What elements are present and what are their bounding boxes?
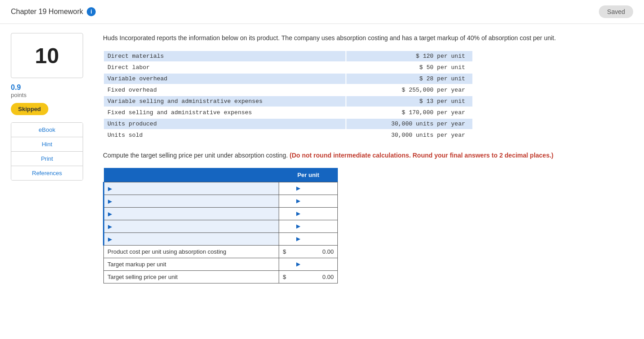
col-header-per-unit: Per unit: [279, 168, 338, 182]
info-icon[interactable]: i: [87, 7, 96, 16]
references-button[interactable]: References: [11, 166, 83, 180]
question-number-box: 10: [11, 33, 83, 78]
data-table: Direct materials$ 120 per unitDirect lab…: [103, 50, 473, 141]
data-row-label: Fixed overhead: [104, 85, 345, 95]
answer-row-label-cell: ▶: [104, 220, 279, 232]
dollar-sign: $: [283, 248, 286, 255]
instruction-text: Compute the target selling price per uni…: [103, 150, 633, 160]
markup-value-input[interactable]: [302, 261, 334, 268]
status-badge: Skipped: [11, 103, 48, 115]
answer-row-label-cell: ▶: [104, 207, 279, 220]
row-label-input[interactable]: [114, 223, 264, 230]
side-buttons: eBook Hint Print References: [11, 122, 83, 181]
data-row-value: $ 255,000 per year: [346, 85, 472, 95]
top-bar-left: Chapter 19 Homework i: [11, 7, 96, 16]
row-value-input[interactable]: [302, 236, 334, 242]
row-label-input[interactable]: [114, 198, 264, 204]
print-button[interactable]: Print: [11, 152, 83, 166]
data-row-label: Variable overhead: [104, 74, 345, 84]
fixed-value: 0.00: [322, 248, 334, 255]
data-row: Variable overhead$ 28 per unit: [104, 74, 472, 84]
answer-row-label-cell: ▶: [104, 182, 279, 195]
points-value: 0.9: [11, 84, 92, 92]
answer-table-header: Per unit: [104, 168, 338, 182]
fixed-value: 0.00: [322, 274, 334, 280]
data-row: Fixed overhead$ 255,000 per year: [104, 85, 472, 95]
left-panel: 10 0.9 points Skipped eBook Hint Print R…: [11, 33, 92, 283]
answer-row-value-cell: ▶: [279, 195, 338, 207]
answer-fixed-row: Target markup per unit▶: [104, 258, 338, 270]
answer-row-value-cell: ▶: [279, 182, 338, 195]
hint-button[interactable]: Hint: [11, 137, 83, 152]
data-row-value: $ 120 per unit: [346, 51, 472, 61]
dollar-sign: $: [283, 274, 286, 280]
instruction-plain: Compute the target selling price per uni…: [103, 152, 288, 159]
data-row-label: Fixed selling and administrative expense…: [104, 107, 345, 118]
answer-table: Per unit ▶▶▶▶▶▶▶▶▶▶Product cost per unit…: [103, 168, 338, 283]
answer-row-value-cell: ▶: [279, 207, 338, 220]
col-header-label: [104, 168, 279, 182]
data-row-value: $ 50 per unit: [346, 62, 472, 73]
answer-fixed-row: Target selling price per unit$0.00: [104, 270, 338, 283]
answer-row-value-cell: ▶: [279, 232, 338, 245]
row-value-input[interactable]: [302, 185, 334, 192]
answer-input-row: ▶▶: [104, 232, 338, 245]
data-row: Direct labor$ 50 per unit: [104, 62, 472, 73]
data-row: Fixed selling and administrative expense…: [104, 107, 472, 118]
row-value-input[interactable]: [302, 198, 334, 204]
saved-button[interactable]: Saved: [599, 5, 633, 18]
answer-row-label-cell: ▶: [104, 195, 279, 207]
page-title: Chapter 19 Homework: [11, 8, 83, 16]
data-row-label: Direct labor: [104, 62, 345, 73]
answer-row-label-cell: ▶: [104, 232, 279, 245]
right-panel: Huds Incorporated reports the informatio…: [103, 33, 633, 283]
data-row: Direct materials$ 120 per unit: [104, 51, 472, 61]
data-row-value: $ 28 per unit: [346, 74, 472, 84]
data-row-label: Variable selling and administrative expe…: [104, 96, 345, 107]
row-value-input[interactable]: [302, 210, 334, 217]
fixed-row-label: Target selling price per unit: [104, 270, 279, 283]
answer-input-row: ▶▶: [104, 207, 338, 220]
main-content: 10 0.9 points Skipped eBook Hint Print R…: [0, 24, 644, 293]
data-row-label: Direct materials: [104, 51, 345, 61]
row-label-input[interactable]: [114, 210, 264, 217]
fixed-row-label: Product cost per unit using absorption c…: [104, 245, 279, 258]
data-row-value: $ 170,000 per year: [346, 107, 472, 118]
answer-row-value-cell: ▶: [279, 220, 338, 232]
fixed-row-value-cell: $0.00: [279, 270, 338, 283]
answer-input-row: ▶▶: [104, 182, 338, 195]
answer-input-row: ▶▶: [104, 195, 338, 207]
points-label: points: [11, 92, 92, 98]
data-row-value: $ 13 per unit: [346, 96, 472, 107]
fixed-row-value-cell: $0.00: [279, 245, 338, 258]
question-description: Huds Incorporated reports the informatio…: [103, 33, 633, 43]
data-row-value: 30,000 units per year: [346, 130, 472, 140]
data-row: Units sold30,000 units per year: [104, 130, 472, 140]
instruction-highlight: (Do not round intermediate calculations.…: [289, 152, 553, 159]
data-row-value: 30,000 units per year: [346, 119, 472, 129]
top-bar: Chapter 19 Homework i Saved: [0, 0, 644, 24]
answer-input-row: ▶▶: [104, 220, 338, 232]
row-value-input[interactable]: [302, 223, 334, 230]
row-label-input[interactable]: [114, 236, 264, 242]
data-row: Units produced30,000 units per year: [104, 119, 472, 129]
data-row-label: Units produced: [104, 119, 345, 129]
question-number: 10: [35, 43, 59, 68]
data-row-label: Units sold: [104, 130, 345, 140]
fixed-row-value-cell: ▶: [279, 258, 338, 270]
row-label-input[interactable]: [114, 185, 264, 192]
fixed-row-label: Target markup per unit: [104, 258, 279, 270]
ebook-button[interactable]: eBook: [11, 123, 83, 137]
answer-fixed-row: Product cost per unit using absorption c…: [104, 245, 338, 258]
data-row: Variable selling and administrative expe…: [104, 96, 472, 107]
